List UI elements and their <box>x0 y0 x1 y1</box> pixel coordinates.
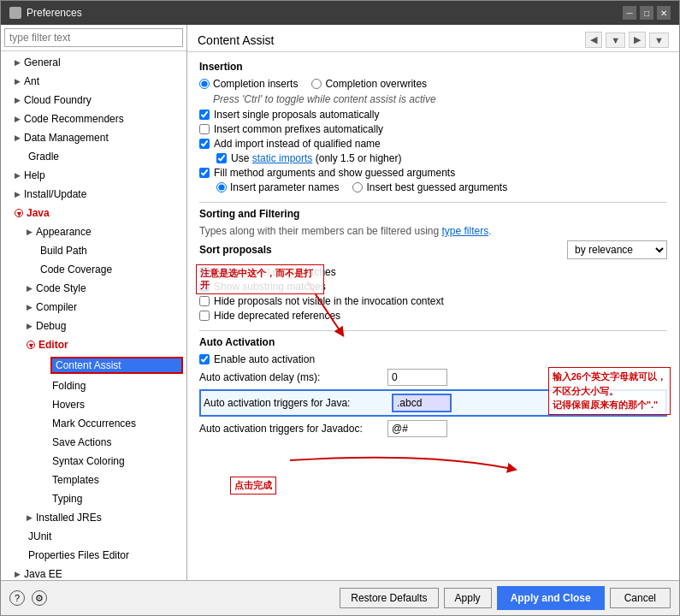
cb-hide-deprecated[interactable]: Hide deprecated references <box>199 310 667 322</box>
radio-param-names-input[interactable] <box>216 182 227 192</box>
tree-label-general: General <box>22 56 183 69</box>
cb-substring-input[interactable] <box>199 281 210 292</box>
cb-enable-auto-label: Enable auto activation <box>214 353 315 365</box>
tree-item-content-assist[interactable]: Content Assist <box>1 354 186 376</box>
filter-text: Types along with their members can be fi… <box>199 225 441 237</box>
cb-hide-deprecated-input[interactable] <box>199 311 210 321</box>
tree-item-code-recommenders[interactable]: ▶ Code Recommenders <box>1 110 186 128</box>
tree-item-cloud-foundry[interactable]: ▶ Cloud Foundry <box>1 91 186 110</box>
radio-inserts-input[interactable] <box>199 79 210 89</box>
expand-icon-ant: ▶ <box>15 77 21 86</box>
minimize-button[interactable]: ─ <box>623 6 636 20</box>
tree-item-data-management[interactable]: ▶ Data Management <box>1 128 186 147</box>
close-button[interactable]: ✕ <box>657 6 671 20</box>
maximize-button[interactable]: □ <box>640 6 653 20</box>
cb-hide-not-visible-input[interactable] <box>199 296 210 306</box>
tree-item-mark-occurrences[interactable]: Mark Occurrences <box>1 414 186 433</box>
filter-row: Types along with their members can be fi… <box>199 225 667 237</box>
tree-item-build-path[interactable]: Build Path <box>1 241 186 260</box>
menu-button[interactable]: ▼ <box>649 33 669 48</box>
restore-defaults-button[interactable]: Restore Defaults <box>340 588 438 608</box>
tree-label-installed-jres: Installed JREs <box>34 511 183 524</box>
cb-camel-case-input[interactable] <box>199 267 210 277</box>
tree-item-editor[interactable]: ▼ Editor <box>1 335 186 354</box>
tree-label-mark-occurrences: Mark Occurrences <box>50 417 183 430</box>
cb-static-imports[interactable]: Use static imports (only 1.5 or higher) <box>216 152 667 164</box>
cb-fill-method[interactable]: Fill method arguments and show guessed a… <box>199 167 667 179</box>
tree-item-install-update[interactable]: ▶ Install/Update <box>1 185 186 204</box>
tree-item-folding[interactable]: Folding <box>1 376 186 395</box>
cb-add-import-input[interactable] <box>199 139 210 149</box>
expand-icon-java: ▼ <box>15 209 23 217</box>
cb-single-proposals[interactable]: Insert single proposals automatically <box>199 109 667 121</box>
tree-item-help[interactable]: ▶ Help <box>1 166 186 185</box>
search-input[interactable] <box>4 28 183 47</box>
radio-overwrites-input[interactable] <box>311 79 322 89</box>
apply-button[interactable]: Apply <box>444 588 492 608</box>
radio-best-guessed-input[interactable] <box>352 182 363 192</box>
tree-label-cloud-foundry: Cloud Foundry <box>22 93 183 107</box>
tree-item-templates[interactable]: Templates <box>1 471 186 489</box>
tree-label-build-path: Build Path <box>38 244 183 258</box>
tree-item-properties-files-editor[interactable]: Properties Files Editor <box>1 546 186 565</box>
bottom-left-buttons: ? ⚙ <box>9 590 47 606</box>
tree-label-templates: Templates <box>50 473 183 487</box>
tree-item-hovers[interactable]: Hovers <box>1 395 186 414</box>
radio-completion-inserts[interactable]: Completion inserts <box>199 78 298 90</box>
tree-item-general[interactable]: ▶ General <box>1 53 186 72</box>
tree-label-syntax-coloring: Syntax Coloring <box>50 454 183 468</box>
prefs-icon[interactable]: ⚙ <box>32 590 47 606</box>
radio-insert-param-names[interactable]: Insert parameter names <box>216 181 339 193</box>
cb-hide-deprecated-label: Hide deprecated references <box>214 310 340 322</box>
cb-single-proposals-input[interactable] <box>199 110 210 120</box>
tree-item-syntax-coloring[interactable]: Syntax Coloring <box>1 452 186 471</box>
sort-row: Sort proposals by relevance alphabetical… <box>199 240 667 259</box>
triggers-java-input[interactable] <box>392 394 452 412</box>
cb-camel-case[interactable]: Show camel case matches <box>199 266 667 278</box>
delay-input[interactable] <box>387 369 447 386</box>
expand-icon-help: ▶ <box>15 171 21 180</box>
tree-item-gradle[interactable]: Gradle <box>1 147 186 166</box>
expand-icon-cloud-foundry: ▶ <box>15 96 21 104</box>
cb-common-prefixes-label: Insert common prefixes automatically <box>214 123 383 135</box>
cb-common-prefixes[interactable]: Insert common prefixes automatically <box>199 123 667 135</box>
tree-item-code-style[interactable]: ▶ Code Style <box>1 279 186 298</box>
static-imports-link[interactable]: static imports <box>252 152 313 164</box>
tree-item-save-actions[interactable]: Save Actions <box>1 433 186 452</box>
cb-hide-not-visible[interactable]: Hide proposals not visible in the invoca… <box>199 295 667 307</box>
help-button[interactable]: ? <box>9 590 25 606</box>
radio-best-guessed-label: Insert best guessed arguments <box>366 181 507 193</box>
forward-button[interactable]: ▶ <box>629 32 646 48</box>
tree-item-java-ee[interactable]: ▶ Java EE <box>1 565 186 580</box>
sort-select[interactable]: by relevance alphabetically <box>567 240 667 259</box>
tree-item-code-coverage[interactable]: Code Coverage <box>1 260 186 279</box>
tree-item-typing[interactable]: Typing <box>1 489 186 508</box>
triggers-javadoc-input[interactable] <box>387 420 447 437</box>
cb-enable-auto[interactable]: Enable auto activation <box>199 353 667 365</box>
tree-item-installed-jres[interactable]: ▶ Installed JREs <box>1 508 186 527</box>
sorting-section-title: Sorting and Filtering <box>199 208 667 220</box>
tree-label-save-actions: Save Actions <box>50 435 183 449</box>
dropdown-button[interactable]: ▼ <box>606 33 625 48</box>
apply-and-close-button[interactable]: Apply and Close <box>497 586 605 610</box>
right-content: Insertion Completion inserts Completion … <box>187 52 679 580</box>
cb-substring[interactable]: Show substring matches <box>199 281 667 293</box>
radio-best-guessed[interactable]: Insert best guessed arguments <box>352 181 507 193</box>
tree-item-junit[interactable]: JUnit <box>1 527 186 546</box>
cancel-button[interactable]: Cancel <box>610 588 671 608</box>
tree-item-compiler[interactable]: ▶ Compiler <box>1 298 186 317</box>
cb-fill-method-input[interactable] <box>199 168 210 178</box>
delay-label: Auto activation delay (ms): <box>199 371 387 383</box>
cb-add-import[interactable]: Add import instead of qualified name <box>199 138 667 150</box>
tree-item-debug[interactable]: ▶ Debug <box>1 317 186 335</box>
tree-item-appearance[interactable]: ▶ Appearance <box>1 222 186 241</box>
type-filters-link[interactable]: type filters <box>441 225 488 237</box>
tree-item-ant[interactable]: ▶ Ant <box>1 72 186 91</box>
back-button[interactable]: ◀ <box>585 32 602 48</box>
radio-completion-overwrites[interactable]: Completion overwrites <box>311 78 427 90</box>
tree-item-java[interactable]: ▼ Java <box>1 204 186 222</box>
cb-enable-auto-input[interactable] <box>199 354 210 364</box>
cb-common-prefixes-input[interactable] <box>199 124 210 134</box>
cb-static-imports-input[interactable] <box>216 153 227 163</box>
triggers-java-label: Auto activation triggers for Java: <box>204 397 392 409</box>
